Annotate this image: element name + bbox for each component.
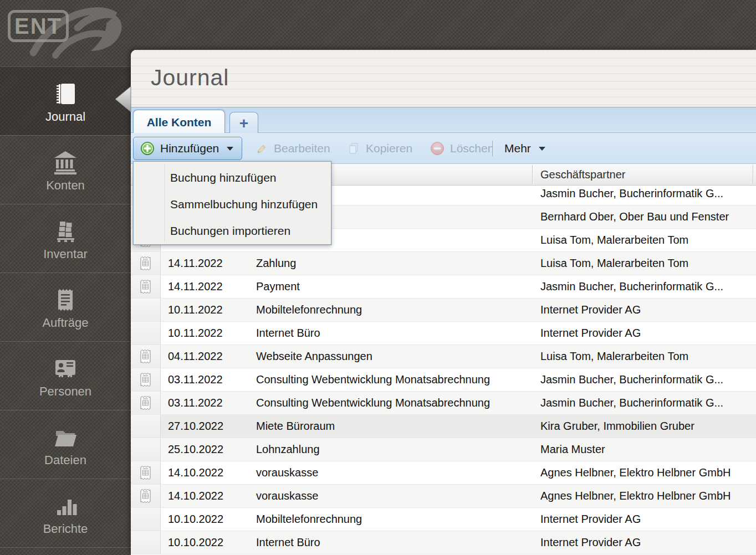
logo-text: ENT — [8, 10, 69, 42]
table-row[interactable]: 04.11.2022Webseite AnpassungenLuisa Tom,… — [131, 345, 756, 368]
tab-bar: Alle Konten + — [131, 107, 756, 133]
cell-date: 03.11.2022 — [161, 368, 256, 391]
cell-text: Consulting Webentwicklung Monatsabrechnu… — [256, 392, 540, 414]
receipt-icon — [131, 392, 161, 414]
sidebar-nav: JournalKontenInventarAufträgePersonenDat… — [0, 66, 131, 555]
edit-button[interactable]: Bearbeiten — [248, 137, 333, 160]
sidebar-item-label: Berichte — [43, 522, 88, 536]
table-row[interactable]: 10.11.2022MobiltelefonrechnungInternet P… — [131, 299, 756, 322]
toolbar-separator — [492, 141, 493, 156]
row-gutter — [131, 438, 161, 461]
table-row[interactable]: 03.11.2022Consulting Webentwicklung Mona… — [131, 392, 756, 415]
cell-date: 10.11.2022 — [161, 322, 256, 345]
table-row[interactable]: 25.10.2022LohnzahlungMaria Muster — [131, 438, 756, 461]
cell-geschaeftspartner: Internet Provider AG — [540, 531, 756, 554]
cell-geschaeftspartner: Internet Provider AG — [540, 322, 756, 345]
row-gutter — [131, 508, 161, 531]
menu-item-sammelbuchung-hinzuf-gen[interactable]: Sammelbuchung hinzufügen — [134, 191, 331, 218]
copy-pages-icon — [347, 142, 360, 155]
add-dropdown-menu: Buchung hinzufügenSammelbuchung hinzufüg… — [133, 161, 331, 245]
receipt-icon — [131, 368, 161, 391]
bar-chart-icon — [53, 491, 78, 518]
cell-geschaeftspartner: Luisa Tom, Malerarbeiten Tom — [540, 229, 756, 251]
sidebar-item-dateien[interactable]: Dateien — [0, 410, 131, 479]
cell-text: Miete Büroraum — [256, 415, 540, 438]
page-title: Journal — [151, 50, 229, 105]
cell-geschaeftspartner: Maria Muster — [540, 438, 756, 461]
cell-geschaeftspartner: Internet Provider AG — [540, 508, 756, 531]
column-header-geschaeftspartner[interactable]: Geschäftspartner — [540, 164, 625, 185]
cell-text: vorauskasse — [256, 485, 540, 507]
sidebar-item-label: Journal — [45, 110, 85, 124]
cell-geschaeftspartner: Luisa Tom, Malerarbeiten Tom — [540, 252, 756, 275]
table-row[interactable]: 10.10.2022Internet BüroInternet Provider… — [131, 531, 756, 554]
sidebar-item-berichte[interactable]: Berichte — [0, 479, 131, 547]
menu-item-buchung-hinzuf-gen[interactable]: Buchung hinzufügen — [134, 165, 331, 191]
delete-circle-icon — [430, 141, 445, 156]
add-button[interactable]: Hinzufügen — [133, 137, 242, 160]
sidebar-section-divider — [0, 547, 131, 555]
row-gutter — [131, 531, 161, 554]
cell-date: 04.11.2022 — [161, 345, 256, 368]
cell-date: 10.10.2022 — [161, 508, 256, 531]
sidebar-item-journal[interactable]: Journal — [0, 66, 131, 135]
cell-text: vorauskasse — [256, 461, 540, 484]
folder-icon — [53, 422, 78, 450]
more-button[interactable]: Mehr — [498, 137, 549, 160]
content-panel: Journal Alle Konten + Hinzufügen — [131, 50, 756, 555]
table-row[interactable]: 14.10.2022vorauskasseAgnes Helbner, Elek… — [131, 461, 756, 485]
cell-geschaeftspartner: Bernhard Ober, Ober Bau und Fenster — [540, 205, 756, 228]
sidebar-item-label: Aufträge — [42, 316, 88, 330]
cell-text: Zahlung — [256, 252, 540, 275]
cell-date: 10.10.2022 — [161, 531, 256, 554]
table-row[interactable]: 14.11.2022PaymentJasmin Bucher, Bucherin… — [131, 275, 756, 299]
cell-date: 14.11.2022 — [161, 252, 256, 275]
add-tab-button[interactable]: + — [229, 112, 258, 134]
contact-card-icon — [53, 353, 78, 381]
add-circle-icon — [140, 141, 155, 156]
cell-text: Lohnzahlung — [256, 438, 540, 461]
pencil-icon — [255, 142, 268, 155]
sidebar: ENT JournalKontenInventarAufträgePersone… — [0, 0, 131, 555]
sidebar-item-label: Inventar — [43, 247, 88, 261]
table-row[interactable]: 03.11.2022Consulting Webentwicklung Mona… — [131, 368, 756, 392]
copy-button[interactable]: Kopieren — [340, 137, 418, 160]
tab-label: Alle Konten — [147, 116, 212, 129]
cell-text: Consulting Webentwicklung Monatsabrechnu… — [256, 368, 540, 391]
sidebar-item-inventar[interactable]: Inventar — [0, 204, 131, 273]
chevron-down-icon — [227, 147, 233, 151]
cell-text: Internet Büro — [256, 322, 540, 345]
cell-geschaeftspartner: Internet Provider AG — [540, 299, 756, 321]
table-row[interactable]: 14.11.2022ZahlungLuisa Tom, Malerarbeite… — [131, 252, 756, 275]
tab-alle-konten[interactable]: Alle Konten — [133, 110, 225, 134]
column-divider[interactable] — [532, 165, 533, 184]
receipt-icon — [131, 461, 161, 484]
app-root: { "logo": { "text": "ENT" }, "window": {… — [0, 0, 756, 555]
sidebar-item-auftr-ge[interactable]: Aufträge — [0, 273, 131, 341]
row-gutter — [131, 299, 161, 321]
receipt-doc-icon — [53, 285, 78, 312]
app-logo: ENT — [0, 0, 131, 66]
cell-text: Internet Büro — [256, 531, 540, 554]
menu-item-buchungen-importieren[interactable]: Buchungen importieren — [134, 218, 331, 244]
cell-geschaeftspartner: Luisa Tom, Malerarbeiten Tom — [540, 345, 756, 368]
table-row[interactable]: 14.10.2022vorauskasseAgnes Helbner, Elek… — [131, 485, 756, 508]
table-row[interactable]: 27.10.2022Miete BüroraumKira Gruber, Imm… — [131, 415, 756, 438]
row-gutter — [131, 322, 161, 345]
cell-text: Mobiltelefonrechnung — [256, 508, 540, 531]
toolbar: Hinzufügen Bearbeiten Kopieren — [131, 133, 756, 164]
cell-date: 14.10.2022 — [161, 485, 256, 507]
row-gutter — [131, 415, 161, 438]
table-row[interactable]: 10.11.2022Internet BüroInternet Provider… — [131, 322, 756, 345]
cell-geschaeftspartner: Jasmin Bucher, Bucherinformatik G... — [540, 368, 756, 391]
sidebar-item-label: Personen — [39, 384, 91, 399]
cell-geschaeftspartner: Jasmin Bucher, Bucherinformatik G... — [540, 392, 756, 414]
delete-button[interactable]: Löschen — [423, 137, 490, 160]
sidebar-item-personen[interactable]: Personen — [0, 341, 131, 410]
table-row[interactable]: 10.10.2022MobiltelefonrechnungInternet P… — [131, 508, 756, 531]
sidebar-item-konten[interactable]: Konten — [0, 135, 131, 204]
receipt-icon — [131, 485, 161, 507]
collapse-panel-arrow-icon[interactable] — [114, 86, 131, 112]
column-divider[interactable] — [753, 165, 753, 184]
cell-date: 14.11.2022 — [161, 275, 256, 298]
